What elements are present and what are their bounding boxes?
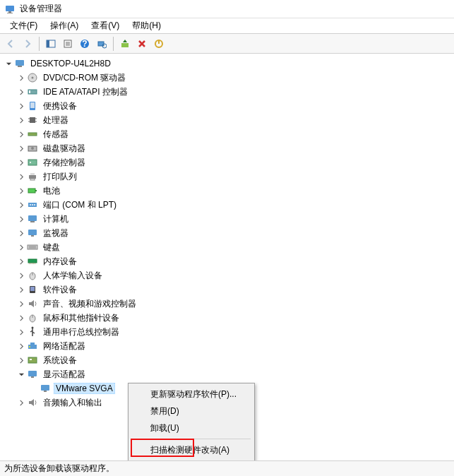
uninstall-button[interactable]: [134, 36, 150, 52]
tree-expander[interactable]: [16, 256, 27, 267]
sensor-icon: [27, 129, 38, 140]
tree-expander[interactable]: [16, 213, 27, 225]
svg-rect-49: [28, 259, 37, 263]
tree-expander[interactable]: [16, 157, 27, 168]
tree-expander[interactable]: [16, 143, 27, 154]
tree-expander[interactable]: [16, 340, 27, 352]
tree-expander[interactable]: [16, 397, 27, 408]
tree-category[interactable]: 端口 (COM 和 LPT): [0, 198, 454, 212]
tree-expander[interactable]: [3, 58, 14, 69]
hid-icon: [27, 270, 38, 281]
properties-button[interactable]: [60, 36, 76, 52]
tree-expander[interactable]: [16, 199, 27, 210]
scan-hardware-button[interactable]: [94, 36, 109, 52]
update-driver-button[interactable]: [117, 36, 133, 52]
tree-expander[interactable]: [16, 242, 27, 253]
tree-expander[interactable]: [16, 185, 27, 196]
tree-root-label: DESKTOP-U4L2H8D: [28, 58, 113, 69]
menu-view[interactable]: 查看(V): [85, 18, 125, 33]
software-icon: [27, 284, 38, 295]
tree-expander[interactable]: [16, 284, 27, 295]
svg-rect-13: [121, 43, 129, 47]
tree-category-label: 磁盘驱动器: [41, 142, 88, 155]
tree-expander[interactable]: [16, 129, 27, 140]
display-device-icon: [40, 383, 51, 394]
status-text: 为所选设备卸载该驱动程序。: [4, 463, 114, 475]
tree-expander[interactable]: [16, 227, 27, 239]
tree-category[interactable]: 处理器: [0, 113, 454, 127]
svg-rect-34: [30, 173, 35, 175]
back-button[interactable]: [3, 36, 18, 52]
tree-expander[interactable]: [16, 312, 27, 323]
tree-category[interactable]: IDE ATA/ATAPI 控制器: [0, 85, 454, 99]
tree-category-label: 内存设备: [41, 255, 79, 268]
display-icon: [27, 369, 38, 380]
menu-help[interactable]: 帮助(H): [126, 18, 167, 33]
tree-category-label: DVD/CD-ROM 驱动器: [41, 71, 128, 85]
tree-expander[interactable]: [16, 369, 27, 380]
cpu-icon: [27, 114, 38, 126]
computer-icon: [27, 213, 38, 225]
tree-expander[interactable]: [16, 114, 27, 126]
mouse-icon: [27, 312, 38, 323]
tree-expander[interactable]: [16, 100, 27, 112]
ctx-update-driver[interactable]: 更新驱动程序软件(P)...: [131, 386, 252, 403]
disk-icon: [27, 143, 38, 154]
ctx-disable[interactable]: 禁用(D): [131, 403, 252, 420]
tree-category[interactable]: 人体学输入设备: [0, 268, 454, 282]
tree-category-label: IDE ATA/ATAPI 控制器: [41, 85, 130, 99]
svg-rect-51: [30, 263, 31, 264]
ctx-separator: [132, 439, 251, 439]
svg-rect-52: [32, 263, 32, 264]
tree-category-label: 网络适配器: [41, 340, 88, 353]
svg-rect-20: [29, 90, 30, 93]
tree-category[interactable]: DVD/CD-ROM 驱动器: [0, 71, 454, 85]
tree-category[interactable]: 便携设备: [0, 99, 454, 113]
tree-category[interactable]: 软件设备: [0, 282, 454, 297]
tree-category[interactable]: 内存设备: [0, 254, 454, 268]
svg-text:?: ?: [82, 39, 87, 49]
tree-category[interactable]: 键盘: [0, 240, 454, 254]
tree-expander[interactable]: [16, 72, 27, 83]
tree-expander[interactable]: [16, 326, 27, 338]
disable-button[interactable]: [151, 36, 167, 52]
tree-category-label: 打印队列: [41, 170, 79, 184]
svg-rect-63: [30, 343, 35, 345]
tree-expander[interactable]: [16, 171, 27, 182]
tree-expander[interactable]: [16, 355, 27, 366]
tree-category[interactable]: 通用串行总线控制器: [0, 325, 454, 339]
show-hide-console-button[interactable]: [43, 36, 59, 52]
svg-rect-43: [30, 221, 35, 222]
tree-category[interactable]: 网络适配器: [0, 339, 454, 353]
svg-rect-46: [28, 245, 37, 249]
tree-expander[interactable]: [16, 270, 27, 281]
monitor-icon: [27, 227, 38, 239]
tree-category[interactable]: 鼠标和其他指针设备: [0, 311, 454, 325]
menu-file[interactable]: 文件(F): [4, 18, 43, 33]
tree-category[interactable]: 电池: [0, 184, 454, 198]
tree-root[interactable]: DESKTOP-U4L2H8D: [0, 56, 454, 71]
pc-icon: [14, 58, 25, 69]
tree-category[interactable]: 磁盘驱动器: [0, 141, 454, 155]
menu-action[interactable]: 操作(A): [44, 18, 84, 33]
tree-expander[interactable]: [16, 86, 27, 97]
svg-point-39: [30, 204, 31, 206]
tree-category[interactable]: 系统设备: [0, 353, 454, 367]
ctx-scan-hardware[interactable]: 扫描检测硬件改动(A): [131, 441, 252, 458]
tree-category[interactable]: 监视器: [0, 226, 454, 240]
tree-category[interactable]: 打印队列: [0, 169, 454, 184]
tree-category[interactable]: 声音、视频和游戏控制器: [0, 297, 454, 311]
tree-category[interactable]: 存储控制器: [0, 155, 454, 169]
ctx-uninstall[interactable]: 卸载(U): [131, 420, 252, 436]
svg-point-61: [32, 327, 34, 329]
help-button[interactable]: ?: [77, 36, 92, 52]
svg-rect-42: [28, 215, 37, 221]
forward-button[interactable]: [20, 36, 35, 52]
network-icon: [27, 340, 38, 352]
tree-category[interactable]: 计算机: [0, 212, 454, 226]
tree-expander[interactable]: [16, 298, 27, 309]
tree-category[interactable]: 传感器: [0, 127, 454, 141]
svg-rect-37: [35, 190, 37, 191]
svg-rect-44: [28, 230, 37, 235]
tree-category[interactable]: 显示适配器: [0, 367, 454, 381]
